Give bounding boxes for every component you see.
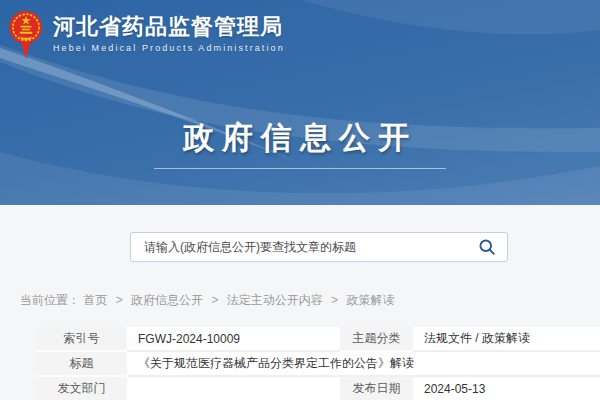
breadcrumb-separator: > bbox=[116, 293, 123, 307]
page-title: 政府信息公开 bbox=[0, 117, 600, 159]
site-name: 河北省药品监督管理局 bbox=[53, 14, 285, 40]
breadcrumb-item-policy-interpretation[interactable]: 政策解读 bbox=[346, 293, 394, 307]
banner-title-underline bbox=[154, 168, 446, 169]
field-value-index-number: FGWJ-2024-10009 bbox=[127, 327, 340, 352]
field-label-publish-date: 发布日期 bbox=[340, 377, 413, 400]
breadcrumb-separator: > bbox=[331, 293, 338, 307]
breadcrumb-item-home[interactable]: 首页 bbox=[83, 293, 107, 307]
breadcrumb-current-location-label: 当前位置： bbox=[20, 293, 80, 307]
field-value-title: 《关于规范医疗器械产品分类界定工作的公告》解读 bbox=[127, 352, 600, 377]
field-label-index-number: 索引号 bbox=[36, 327, 127, 352]
field-value-issuing-department bbox=[127, 377, 340, 400]
search-box bbox=[130, 232, 508, 262]
breadcrumb: 当前位置： 首页 > 政府信息公开 > 法定主动公开内容 > 政策解读 bbox=[20, 292, 394, 309]
field-label-title: 标题 bbox=[36, 352, 127, 377]
search-button[interactable] bbox=[467, 233, 507, 261]
field-value-publish-date: 2024-05-13 bbox=[413, 377, 600, 400]
field-label-issuing-department: 发文部门 bbox=[36, 377, 127, 400]
china-national-emblem-icon bbox=[8, 10, 44, 60]
field-label-topic-category: 主题分类 bbox=[340, 327, 413, 352]
site-title-block: 河北省药品监督管理局 Hebei Medical Products Admini… bbox=[53, 14, 285, 53]
search-icon bbox=[478, 238, 496, 256]
search-input[interactable] bbox=[131, 233, 467, 261]
breadcrumb-item-gov-info[interactable]: 政府信息公开 bbox=[131, 293, 203, 307]
site-name-english: Hebei Medical Products Administration bbox=[53, 43, 285, 53]
top-banner: 河北省药品监督管理局 Hebei Medical Products Admini… bbox=[0, 0, 600, 205]
field-value-topic-category: 法规文件 / 政策解读 bbox=[413, 327, 600, 352]
breadcrumb-item-statutory-disclosure[interactable]: 法定主动公开内容 bbox=[227, 293, 323, 307]
document-info-table: 索引号 FGWJ-2024-10009 主题分类 法规文件 / 政策解读 标题 … bbox=[36, 327, 600, 400]
site-header: 河北省药品监督管理局 Hebei Medical Products Admini… bbox=[8, 10, 285, 60]
breadcrumb-separator: > bbox=[211, 293, 218, 307]
